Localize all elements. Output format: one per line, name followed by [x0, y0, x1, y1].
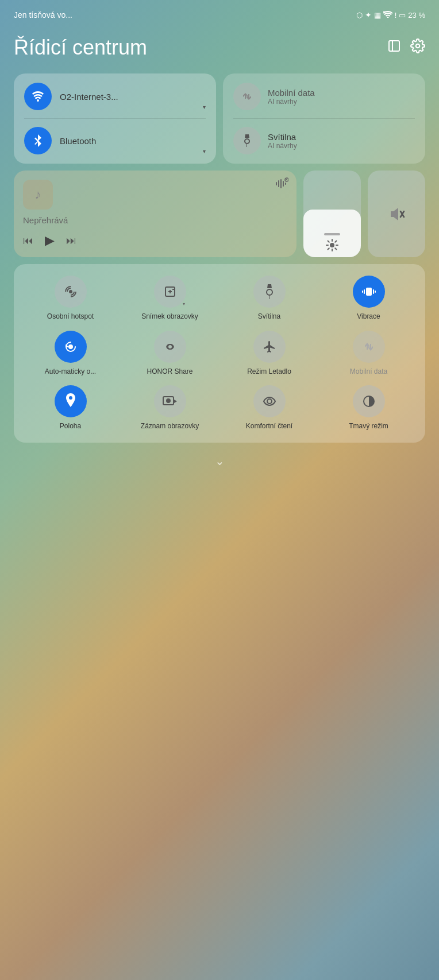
brightness-fill: [303, 210, 361, 257]
flashlight-sub: AI návrhy: [268, 142, 297, 150]
hotspot-icon-circle[interactable]: [55, 276, 87, 308]
media-controls: ⏮ ▶ ⏭: [23, 233, 287, 248]
next-button[interactable]: ⏭: [66, 235, 76, 247]
comfort-read-label: Komfortní čtení: [246, 422, 292, 431]
screenshot-chevron: ▾: [183, 301, 185, 307]
svg-point-2: [416, 44, 420, 48]
quick-flashlight-label: Svítilna: [258, 312, 280, 321]
quick-item-flashlight[interactable]: Svítilna: [222, 276, 317, 321]
brightness-handle: [324, 233, 340, 235]
svg-point-33: [69, 345, 72, 348]
quick-item-screen-record[interactable]: Záznam obrazovky: [122, 385, 217, 431]
svg-rect-30: [373, 289, 374, 294]
quick-mobile-data-icon-circle[interactable]: [353, 331, 385, 363]
hotspot-label: Osobní hotspot: [47, 312, 94, 321]
autorotate-label: Auto-maticky o...: [45, 367, 96, 377]
airplane-label: Režim Letadlo: [247, 367, 291, 377]
wifi-icon-circle[interactable]: [24, 83, 52, 110]
screenshot-icon-circle[interactable]: ▾: [154, 276, 186, 308]
flashlight-text: Svítilna AI návrhy: [268, 132, 297, 150]
dark-mode-icon-circle[interactable]: [353, 385, 385, 417]
svg-point-39: [267, 399, 272, 404]
quick-item-honor-share[interactable]: HONOR Share: [122, 331, 217, 377]
scroll-down-indicator: ⌄: [14, 454, 425, 474]
mute-icon: [388, 206, 405, 223]
quick-flashlight-icon-circle[interactable]: [253, 276, 286, 308]
quick-item-location[interactable]: Poloha: [23, 385, 118, 431]
prev-button[interactable]: ⏮: [23, 235, 33, 247]
page-title: Řídicí centrum: [14, 36, 147, 60]
sound-tile[interactable]: [368, 171, 425, 257]
waveform-icon: [276, 177, 288, 193]
control-center: Řídicí centrum: [0, 24, 439, 485]
location-label: Poloha: [60, 422, 81, 431]
vibration-label: Vibrace: [357, 312, 380, 321]
status-bar: Jen tísňová vo... ⬡ ✦ ▦ ! ▭ 23 %: [0, 0, 439, 24]
screenshot-label: Snímek obrazovky: [141, 312, 198, 321]
svg-rect-7: [285, 183, 286, 185]
quick-item-screenshot[interactable]: ▾ Snímek obrazovky: [122, 276, 217, 321]
flashlight-item[interactable]: Svítilna AI návrhy: [233, 127, 415, 154]
bluetooth-row[interactable]: Bluetooth ▾: [24, 127, 206, 154]
mobile-data-label: Mobilní data: [268, 88, 315, 98]
svg-line-16: [335, 248, 336, 249]
quick-item-mobile-data[interactable]: Mobilní data: [321, 331, 416, 377]
mobile-flashlight-tile: Mobilní data AI návrhy Svítilna AI návrh…: [223, 73, 425, 164]
mobile-data-item[interactable]: Mobilní data AI návrhy: [233, 83, 415, 110]
bluetooth-status-icon: ✦: [365, 10, 372, 20]
quick-toggles-panel: Osobní hotspot ▾ Snímek obrazovky: [14, 264, 425, 443]
autorotate-icon-circle[interactable]: [55, 331, 87, 363]
svg-rect-6: [283, 181, 284, 187]
honor-share-label: HONOR Share: [147, 367, 192, 377]
bluetooth-icon-circle[interactable]: [24, 127, 52, 154]
quick-item-vibration[interactable]: Vibrace: [321, 276, 416, 321]
screen-record-icon-circle[interactable]: [154, 385, 186, 417]
settings-button[interactable]: [410, 38, 425, 57]
svg-marker-19: [391, 208, 398, 220]
svg-line-9: [286, 179, 287, 180]
quick-item-comfort-read[interactable]: Komfortní čtení: [222, 385, 317, 431]
alert-status-icon: !: [395, 11, 397, 20]
dark-mode-label: Tmavý režim: [349, 422, 388, 431]
svg-point-38: [167, 400, 169, 402]
honor-share-icon-circle[interactable]: [154, 331, 186, 363]
vibrate-status-icon: ▦: [374, 11, 381, 20]
comfort-read-icon-circle[interactable]: [253, 385, 286, 417]
play-button[interactable]: ▶: [45, 233, 55, 248]
wifi-chevron: ▾: [203, 104, 206, 110]
mobile-data-sub: AI návrhy: [268, 98, 315, 106]
bluetooth-chevron: ▾: [203, 148, 206, 154]
quick-item-airplane[interactable]: Režim Letadlo: [222, 331, 317, 377]
screen-record-label: Záznam obrazovky: [141, 422, 199, 431]
vibration-icon-circle[interactable]: [353, 276, 385, 308]
quick-item-dark-mode[interactable]: Tmavý režim: [321, 385, 416, 431]
brightness-tile[interactable]: [303, 171, 361, 257]
svg-rect-5: [280, 179, 282, 188]
quick-grid: Osobní hotspot ▾ Snímek obrazovky: [23, 276, 416, 431]
svg-rect-29: [364, 289, 365, 294]
brightness-icon: [326, 239, 338, 251]
wifi-row[interactable]: O2-Internet-3... ▾: [24, 83, 206, 110]
svg-rect-28: [366, 288, 372, 296]
nfc-icon: ⬡: [356, 11, 363, 20]
quick-item-hotspot[interactable]: Osobní hotspot: [23, 276, 118, 321]
flashlight-icon[interactable]: [233, 127, 261, 154]
quick-item-autorotate[interactable]: Auto-maticky o...: [23, 331, 118, 377]
media-status-label: Nepřehrává: [23, 215, 287, 225]
svg-point-22: [69, 290, 72, 293]
svg-marker-36: [174, 400, 177, 403]
svg-line-15: [328, 241, 329, 242]
top-tiles: O2-Internet-3... ▾ Bluetooth ▾: [14, 73, 425, 164]
status-carrier: Jen tísňová vo...: [14, 10, 72, 20]
svg-rect-3: [276, 182, 277, 185]
svg-rect-32: [375, 290, 376, 293]
svg-line-17: [335, 241, 336, 242]
location-icon-circle[interactable]: [55, 385, 87, 417]
edit-button[interactable]: [387, 39, 401, 56]
airplane-icon-circle[interactable]: [253, 331, 286, 363]
media-row: ♪ Nepřehrává ⏮ ▶ ⏭: [14, 171, 425, 257]
quick-mobile-data-label: Mobilní data: [350, 367, 387, 377]
mobile-data-icon[interactable]: [233, 83, 261, 110]
wifi-status-icon: [383, 10, 392, 20]
svg-line-18: [328, 248, 329, 249]
